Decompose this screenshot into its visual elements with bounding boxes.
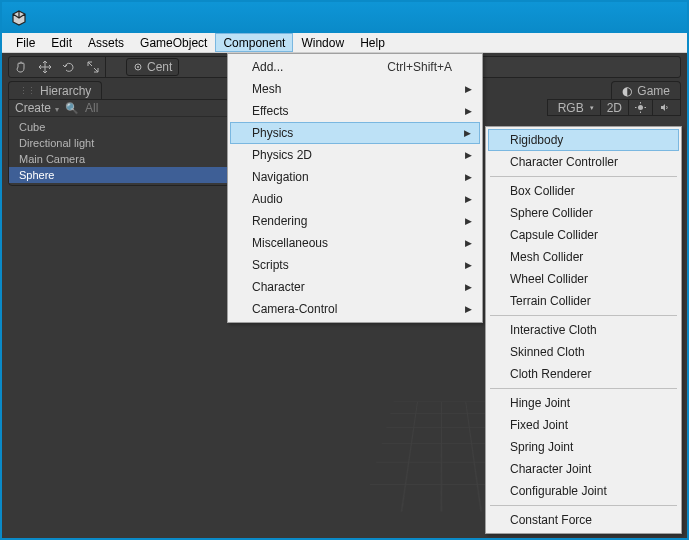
rotate-tool-icon[interactable] [57, 57, 81, 77]
menu-edit[interactable]: Edit [43, 33, 80, 52]
submenu-arrow-icon: ▶ [465, 238, 472, 248]
hand-tool-icon[interactable] [9, 57, 33, 77]
pivot-label: Cent [147, 60, 172, 74]
menu-item-label: Miscellaneous [252, 236, 328, 250]
menu-item-fixed-joint[interactable]: Fixed Joint [488, 414, 679, 436]
transform-tool-group [9, 57, 106, 77]
menu-item-character-joint[interactable]: Character Joint [488, 458, 679, 480]
menu-help[interactable]: Help [352, 33, 393, 52]
menu-item-label: Physics 2D [252, 148, 312, 162]
game-tab[interactable]: ◐ Game [611, 81, 681, 99]
submenu-arrow-icon: ▶ [465, 216, 472, 226]
menu-item-label: Audio [252, 192, 283, 206]
rgb-dropdown[interactable]: RGB▾ [552, 100, 600, 115]
submenu-arrow-icon: ▶ [465, 150, 472, 160]
submenu-arrow-icon: ▶ [465, 194, 472, 204]
2d-toggle[interactable]: 2D [600, 100, 628, 115]
menu-item-label: Mesh [252, 82, 281, 96]
hierarchy-item[interactable]: Main Camera [9, 151, 229, 167]
menu-item-cloth-renderer[interactable]: Cloth Renderer [488, 363, 679, 385]
menu-item-shortcut: Ctrl+Shift+A [387, 60, 452, 74]
submenu-arrow-icon: ▶ [465, 106, 472, 116]
menu-item-hinge-joint[interactable]: Hinge Joint [488, 392, 679, 414]
title-bar [2, 2, 687, 33]
submenu-arrow-icon: ▶ [465, 172, 472, 182]
menu-item-label: Character [252, 280, 305, 294]
hierarchy-item[interactable]: Sphere [9, 167, 229, 183]
menu-item-terrain-collider[interactable]: Terrain Collider [488, 290, 679, 312]
menu-item-mesh[interactable]: Mesh▶ [230, 78, 480, 100]
game-panel: ◐ Game [611, 81, 681, 99]
audio-toggle-icon[interactable] [652, 100, 676, 115]
scale-tool-icon[interactable] [81, 57, 105, 77]
menu-component[interactable]: Component [215, 33, 293, 52]
svg-point-2 [638, 105, 643, 110]
menu-item-miscellaneous[interactable]: Miscellaneous▶ [230, 232, 480, 254]
component-menu: Add...Ctrl+Shift+AMesh▶Effects▶Physics▶P… [227, 53, 483, 323]
menu-item-label: Rendering [252, 214, 307, 228]
menu-item-effects[interactable]: Effects▶ [230, 100, 480, 122]
menu-item-character[interactable]: Character▶ [230, 276, 480, 298]
menu-item-interactive-cloth[interactable]: Interactive Cloth [488, 319, 679, 341]
hierarchy-list: CubeDirectional lightMain CameraSphere [9, 117, 229, 185]
menu-item-mesh-collider[interactable]: Mesh Collider [488, 246, 679, 268]
lighting-toggle-icon[interactable] [628, 100, 652, 115]
menu-item-add-[interactable]: Add...Ctrl+Shift+A [230, 56, 480, 78]
menu-file[interactable]: File [8, 33, 43, 52]
menu-item-audio[interactable]: Audio▶ [230, 188, 480, 210]
submenu-arrow-icon: ▶ [465, 282, 472, 292]
hierarchy-item[interactable]: Directional light [9, 135, 229, 151]
pacman-icon: ◐ [622, 84, 632, 98]
move-tool-icon[interactable] [33, 57, 57, 77]
unity-logo-icon [10, 9, 28, 27]
hierarchy-item[interactable]: Cube [9, 119, 229, 135]
menu-item-character-controller[interactable]: Character Controller [488, 151, 679, 173]
menu-gameobject[interactable]: GameObject [132, 33, 215, 52]
hierarchy-panel: ⋮⋮ Hierarchy Create 🔍 All CubeDirectiona… [8, 81, 230, 186]
menu-separator [490, 176, 677, 177]
pivot-toggle[interactable]: Cent [126, 58, 179, 76]
menu-item-label: Scripts [252, 258, 289, 272]
menu-item-capsule-collider[interactable]: Capsule Collider [488, 224, 679, 246]
submenu-arrow-icon: ▶ [465, 304, 472, 314]
menu-bar: FileEditAssetsGameObjectComponentWindowH… [2, 33, 687, 53]
menu-item-spring-joint[interactable]: Spring Joint [488, 436, 679, 458]
menu-item-label: Camera-Control [252, 302, 337, 316]
svg-point-1 [137, 66, 139, 68]
menu-item-label: Navigation [252, 170, 309, 184]
submenu-arrow-icon: ▶ [464, 128, 471, 138]
menu-item-navigation[interactable]: Navigation▶ [230, 166, 480, 188]
menu-item-skinned-cloth[interactable]: Skinned Cloth [488, 341, 679, 363]
menu-window[interactable]: Window [293, 33, 352, 52]
scene-grid [382, 353, 502, 533]
menu-item-box-collider[interactable]: Box Collider [488, 180, 679, 202]
menu-item-camera-control[interactable]: Camera-Control▶ [230, 298, 480, 320]
physics-submenu: RigidbodyCharacter ControllerBox Collide… [485, 126, 682, 534]
menu-item-constant-force[interactable]: Constant Force [488, 509, 679, 531]
menu-item-physics[interactable]: Physics▶ [230, 122, 480, 144]
menu-item-label: Effects [252, 104, 288, 118]
menu-separator [490, 315, 677, 316]
hierarchy-create-bar: Create 🔍 All [9, 100, 229, 117]
menu-item-scripts[interactable]: Scripts▶ [230, 254, 480, 276]
hierarchy-title: Hierarchy [40, 84, 91, 98]
menu-item-label: Add... [252, 60, 283, 74]
hierarchy-tab[interactable]: ⋮⋮ Hierarchy [8, 81, 102, 99]
menu-item-configurable-joint[interactable]: Configurable Joint [488, 480, 679, 502]
menu-item-rendering[interactable]: Rendering▶ [230, 210, 480, 232]
menu-item-rigidbody[interactable]: Rigidbody [488, 129, 679, 151]
menu-item-physics-2d[interactable]: Physics 2D▶ [230, 144, 480, 166]
submenu-arrow-icon: ▶ [465, 260, 472, 270]
game-title: Game [637, 84, 670, 98]
search-filter-label[interactable]: All [85, 101, 98, 115]
submenu-arrow-icon: ▶ [465, 84, 472, 94]
menu-item-sphere-collider[interactable]: Sphere Collider [488, 202, 679, 224]
menu-assets[interactable]: Assets [80, 33, 132, 52]
menu-separator [490, 505, 677, 506]
create-dropdown[interactable]: Create [15, 101, 59, 115]
menu-separator [490, 388, 677, 389]
game-display-bar: RGB▾ 2D [547, 99, 681, 116]
drag-grip-icon: ⋮⋮ [19, 86, 35, 96]
menu-item-wheel-collider[interactable]: Wheel Collider [488, 268, 679, 290]
search-icon[interactable]: 🔍 [65, 102, 79, 115]
